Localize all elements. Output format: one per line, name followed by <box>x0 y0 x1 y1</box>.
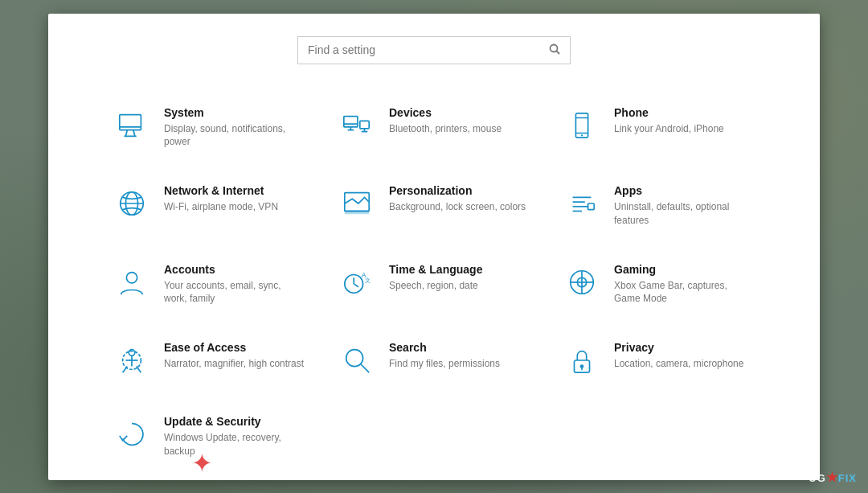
setting-item-network[interactable]: Network & Internet Wi-Fi, airplane mode,… <box>96 166 321 245</box>
ease-title: Ease of Access <box>164 341 304 354</box>
svg-point-29 <box>126 272 137 282</box>
personalization-desc: Background, lock screen, colors <box>389 200 526 214</box>
watermark-ug: UG <box>809 472 826 484</box>
settings-grid: System Display, sound, notifications, po… <box>96 88 772 476</box>
setting-item-ease[interactable]: Ease of Access Narrator, magnifier, high… <box>96 323 321 397</box>
svg-point-17 <box>581 134 583 136</box>
search-text: Search Find my files, permissions <box>389 341 500 371</box>
search-bar[interactable] <box>297 36 571 64</box>
time-desc: Speech, region, date <box>389 279 482 293</box>
devices-icon <box>338 106 376 145</box>
network-title: Network & Internet <box>164 184 278 197</box>
accounts-title: Accounts <box>164 263 305 276</box>
gaming-desc: Xbox Game Bar, captures, Game Mode <box>614 279 755 306</box>
time-text: Time & Language Speech, region, date <box>389 263 482 293</box>
privacy-desc: Location, camera, microphone <box>614 357 743 371</box>
setting-item-system[interactable]: System Display, sound, notifications, po… <box>96 88 321 167</box>
settings-window: System Display, sound, notifications, po… <box>48 14 820 480</box>
privacy-title: Privacy <box>614 341 743 354</box>
svg-line-32 <box>354 284 358 287</box>
setting-item-devices[interactable]: Devices Bluetooth, printers, mouse <box>321 88 547 167</box>
svg-rect-14 <box>575 113 588 137</box>
phone-desc: Link your Android, iPhone <box>614 122 724 136</box>
ease-text: Ease of Access Narrator, magnifier, high… <box>164 341 304 371</box>
svg-point-46 <box>580 365 584 369</box>
accounts-icon <box>113 263 151 302</box>
svg-rect-28 <box>588 203 595 210</box>
svg-text:文: 文 <box>365 277 371 283</box>
update-icon <box>113 415 151 454</box>
svg-rect-8 <box>360 121 369 129</box>
setting-item-privacy[interactable]: Privacy Location, camera, microphone <box>547 323 772 397</box>
setting-item-personalization[interactable]: Personalization Background, lock screen,… <box>321 166 547 245</box>
network-text: Network & Internet Wi-Fi, airplane mode,… <box>164 184 278 214</box>
time-icon: A 文 <box>338 263 376 302</box>
personalization-icon <box>338 184 376 223</box>
svg-line-1 <box>557 51 560 54</box>
svg-line-3 <box>125 129 127 136</box>
accounts-text: Accounts Your accounts, email, sync, wor… <box>164 263 305 306</box>
search-input[interactable] <box>308 43 549 56</box>
svg-rect-2 <box>120 114 141 129</box>
setting-item-update[interactable]: Update & Security Windows Update, recove… <box>96 397 321 476</box>
phone-text: Phone Link your Android, iPhone <box>614 106 724 136</box>
system-desc: Display, sound, notifications, power <box>164 122 305 150</box>
svg-point-43 <box>346 350 363 367</box>
search-title: Search <box>389 341 500 354</box>
setting-item-accounts[interactable]: Accounts Your accounts, email, sync, wor… <box>96 245 321 324</box>
gaming-text: Gaming Xbox Game Bar, captures, Game Mod… <box>614 263 755 306</box>
setting-item-phone[interactable]: Phone Link your Android, iPhone <box>547 88 772 167</box>
svg-line-4 <box>133 129 135 136</box>
apps-desc: Uninstall, defaults, optional features <box>614 200 755 228</box>
setting-item-search[interactable]: Search Find my files, permissions <box>321 323 547 397</box>
svg-rect-7 <box>344 116 358 126</box>
setting-item-gaming[interactable]: Gaming Xbox Game Bar, captures, Game Mod… <box>547 245 772 324</box>
search-desc: Find my files, permissions <box>389 357 500 371</box>
update-desc: Windows Update, recovery, backup <box>164 431 305 458</box>
ease-desc: Narrator, magnifier, high contrast <box>164 357 304 371</box>
phone-title: Phone <box>614 106 724 119</box>
update-text: Update & Security Windows Update, recove… <box>164 415 305 458</box>
search-icon <box>549 43 560 57</box>
time-title: Time & Language <box>389 263 482 276</box>
svg-line-44 <box>361 364 369 372</box>
apps-icon <box>563 184 601 223</box>
watermark-fix: FIX <box>838 472 857 484</box>
gaming-icon <box>563 263 601 302</box>
personalization-text: Personalization Background, lock screen,… <box>389 184 526 214</box>
svg-point-0 <box>551 44 558 51</box>
gaming-title: Gaming <box>614 263 755 276</box>
apps-title: Apps <box>614 184 755 197</box>
devices-desc: Bluetooth, printers, mouse <box>389 122 502 136</box>
accounts-desc: Your accounts, email, sync, work, family <box>164 279 305 306</box>
watermark-star: ★ <box>826 470 838 484</box>
update-title: Update & Security <box>164 415 305 428</box>
search-setting-icon <box>338 341 376 380</box>
network-desc: Wi-Fi, airplane mode, VPN <box>164 200 278 214</box>
privacy-icon <box>563 341 601 380</box>
setting-item-time[interactable]: A 文 Time & Language Speech, region, date <box>321 245 547 324</box>
ease-icon <box>113 341 151 380</box>
apps-text: Apps Uninstall, defaults, optional featu… <box>614 184 755 228</box>
phone-icon <box>563 106 601 145</box>
setting-item-apps[interactable]: Apps Uninstall, defaults, optional featu… <box>547 166 772 245</box>
system-title: System <box>164 106 305 119</box>
devices-title: Devices <box>389 106 502 119</box>
watermark: UG★FIX <box>809 470 857 485</box>
system-text: System Display, sound, notifications, po… <box>164 106 305 150</box>
network-icon <box>113 184 151 223</box>
system-icon <box>113 106 151 145</box>
personalization-title: Personalization <box>389 184 526 197</box>
privacy-text: Privacy Location, camera, microphone <box>614 341 743 371</box>
devices-text: Devices Bluetooth, printers, mouse <box>389 106 502 136</box>
